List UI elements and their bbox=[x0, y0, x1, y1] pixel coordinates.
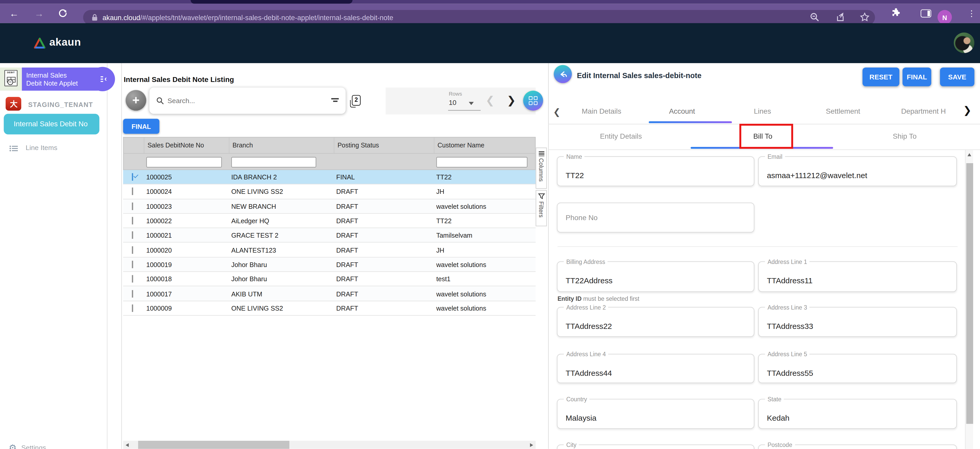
row-checkbox[interactable] bbox=[132, 246, 133, 254]
column-header[interactable]: Sales DebitNote No bbox=[144, 138, 229, 153]
table-row[interactable]: 1000009ONE LIVING SS2DRAFTwavelet soluti… bbox=[123, 301, 536, 316]
sidebar-item-line-items[interactable]: Line Items bbox=[25, 144, 57, 151]
table-row[interactable]: 1000020ALANTEST123DRAFTJH bbox=[123, 243, 536, 258]
table-row[interactable]: 1000017AKIB UTMDRAFTwavelet solutions bbox=[123, 287, 536, 301]
extensions-puzzle-icon[interactable] bbox=[890, 8, 900, 18]
columns-tab-label: Columns bbox=[538, 158, 545, 182]
scrollbar-thumb[interactable] bbox=[966, 163, 973, 424]
editor-title: Edit Internal Sales sales-debit-note bbox=[577, 71, 702, 80]
prev-page-icon[interactable]: ❮ bbox=[486, 95, 495, 106]
chevron-left-icon: ‹ bbox=[104, 75, 107, 83]
address-line-4-field[interactable]: Address Line 4 TTAddress44 bbox=[557, 354, 754, 383]
tab-filters[interactable]: Filters bbox=[536, 190, 547, 226]
side-panel-icon[interactable] bbox=[921, 9, 931, 18]
table-row[interactable]: 1000018Johor BharuDRAFTtest1 bbox=[123, 272, 536, 287]
table-row[interactable]: 1000024ONE LIVING SS2DRAFTJH bbox=[123, 185, 536, 199]
table-row[interactable]: 1000025IDA BRANCH 2FINALTT22 bbox=[123, 170, 536, 185]
address-line-5-field[interactable]: Address Line 5 TTAddress55 bbox=[758, 354, 957, 383]
address-line-3-field[interactable]: Address Line 3 TTAddress33 bbox=[758, 307, 957, 337]
row-checkbox[interactable] bbox=[132, 275, 133, 283]
address-line-2-field[interactable]: Address Line 2 TTAddress22 bbox=[557, 307, 754, 337]
column-header[interactable]: Customer Name bbox=[434, 138, 536, 153]
row-checkbox[interactable] bbox=[132, 188, 133, 195]
tabs-scroll-left-icon[interactable]: ❮ bbox=[553, 107, 560, 116]
city-field[interactable]: City bbox=[557, 444, 754, 449]
dropdown-caret-icon[interactable] bbox=[469, 102, 474, 105]
reset-button[interactable]: RESET bbox=[862, 67, 899, 86]
browser-back-icon[interactable]: ← bbox=[9, 4, 19, 23]
sidebar-item-tenant[interactable]: STAGING_TENANT bbox=[28, 100, 93, 108]
final-button[interactable]: FINAL bbox=[123, 119, 159, 134]
browser-forward-icon[interactable]: → bbox=[34, 4, 43, 23]
horizontal-scrollbar[interactable] bbox=[123, 441, 536, 449]
vertical-scrollbar[interactable] bbox=[965, 150, 973, 449]
scroll-left-icon[interactable] bbox=[126, 443, 129, 447]
table-row[interactable]: 1000023NEW BRANCHDRAFTwavelet solutions bbox=[123, 199, 536, 214]
browser-reload-icon[interactable] bbox=[58, 9, 67, 18]
sidebar-applet-title[interactable]: Internal Sales Debit Note Applet bbox=[22, 67, 101, 91]
name-field[interactable]: Name TT22 bbox=[557, 156, 754, 186]
tab-lines[interactable]: Lines bbox=[722, 100, 803, 123]
email-field[interactable]: Email asmaa+111212@wavelet.net bbox=[758, 156, 957, 186]
final-button-editor[interactable]: FINAL bbox=[902, 67, 931, 86]
akaun-logo-icon bbox=[32, 37, 47, 49]
scroll-up-icon[interactable] bbox=[967, 153, 972, 156]
filter-input-branch[interactable] bbox=[231, 157, 316, 167]
billing-address-field[interactable]: Billing Address TT22Address bbox=[557, 261, 754, 292]
app-header: akaun bbox=[0, 23, 980, 63]
browser-tab[interactable] bbox=[191, 0, 353, 4]
filter-input-debitnote-no[interactable] bbox=[146, 157, 222, 167]
address-line-1-field[interactable]: Address Line 1 TTAddress11 bbox=[758, 261, 957, 292]
table-row[interactable]: 1000019Johor BharuDRAFTwavelet solutions bbox=[123, 258, 536, 272]
address-line-2-value: TTAddress22 bbox=[566, 322, 612, 331]
tab-columns[interactable]: Columns bbox=[536, 147, 547, 189]
browser-profile-avatar[interactable]: N bbox=[937, 10, 952, 24]
tab-department-handling[interactable]: Department H bbox=[883, 100, 964, 123]
user-avatar[interactable] bbox=[954, 32, 974, 53]
row-checkbox[interactable] bbox=[132, 261, 133, 268]
applet-title-line1: Internal Sales bbox=[26, 71, 101, 79]
tabs-scroll-right-icon[interactable]: ❯ bbox=[963, 106, 972, 115]
zoom-out-icon[interactable] bbox=[810, 11, 821, 23]
search-input[interactable]: Search... bbox=[150, 88, 346, 114]
row-checkbox[interactable] bbox=[132, 304, 133, 312]
sidebar-item-settings[interactable]: Settings bbox=[21, 444, 46, 449]
scrollbar-thumb[interactable] bbox=[138, 441, 290, 449]
subtab-entity-details[interactable]: Entity Details bbox=[550, 124, 692, 149]
grid-icon bbox=[529, 96, 538, 105]
row-checkbox[interactable] bbox=[132, 202, 133, 210]
state-field[interactable]: State Kedah bbox=[758, 399, 957, 428]
row-checkbox[interactable] bbox=[132, 290, 133, 297]
tab-settlement[interactable]: Settlement bbox=[803, 100, 883, 123]
postcode-field[interactable]: Postcode bbox=[758, 444, 957, 449]
row-checkbox[interactable] bbox=[132, 231, 133, 239]
scroll-right-icon[interactable] bbox=[530, 443, 533, 447]
tab-account[interactable]: Account bbox=[642, 100, 722, 123]
multi-select-pages-icon[interactable]: 2 bbox=[352, 95, 361, 106]
url-bar[interactable]: akaun.cloud/#/applets/tnt/wavelet/erp/in… bbox=[83, 10, 875, 25]
grid-view-button[interactable] bbox=[523, 91, 543, 111]
search-filter-icon[interactable] bbox=[331, 98, 339, 103]
filter-input-customer-name[interactable] bbox=[436, 157, 528, 167]
column-header[interactable]: Posting Status bbox=[334, 138, 434, 153]
share-icon[interactable] bbox=[835, 11, 846, 23]
phone-field[interactable]: Phone No bbox=[557, 202, 754, 232]
country-field[interactable]: Country Malaysia bbox=[557, 399, 754, 428]
tab-main-details[interactable]: Main Details bbox=[561, 100, 642, 123]
next-page-icon[interactable]: ❯ bbox=[507, 95, 516, 106]
table-row[interactable]: 1000021GRACE TEST 2DRAFTTamilselvam bbox=[123, 228, 536, 243]
save-button[interactable]: SAVE bbox=[940, 67, 974, 86]
table-row[interactable]: 1000022AiLedger HQDRAFTTT22 bbox=[123, 214, 536, 228]
bookmark-star-icon[interactable] bbox=[859, 11, 871, 23]
browser-menu-icon[interactable]: ⋮ bbox=[967, 4, 976, 23]
sidebar-item-internal-sales-debit-note[interactable]: Internal Sales Debit No bbox=[4, 114, 99, 134]
pagination-toolbar: Rows 10 ❮ ❯ bbox=[385, 88, 536, 115]
rows-per-page-select[interactable]: 10 bbox=[449, 99, 457, 106]
column-header[interactable]: Branch bbox=[229, 138, 334, 153]
back-button[interactable] bbox=[554, 65, 572, 83]
country-value: Malaysia bbox=[566, 414, 597, 423]
subtab-ship-to[interactable]: Ship To bbox=[834, 124, 975, 149]
add-record-button[interactable]: + bbox=[126, 90, 146, 111]
row-checkbox[interactable] bbox=[132, 217, 133, 224]
row-checkbox[interactable] bbox=[132, 173, 133, 181]
